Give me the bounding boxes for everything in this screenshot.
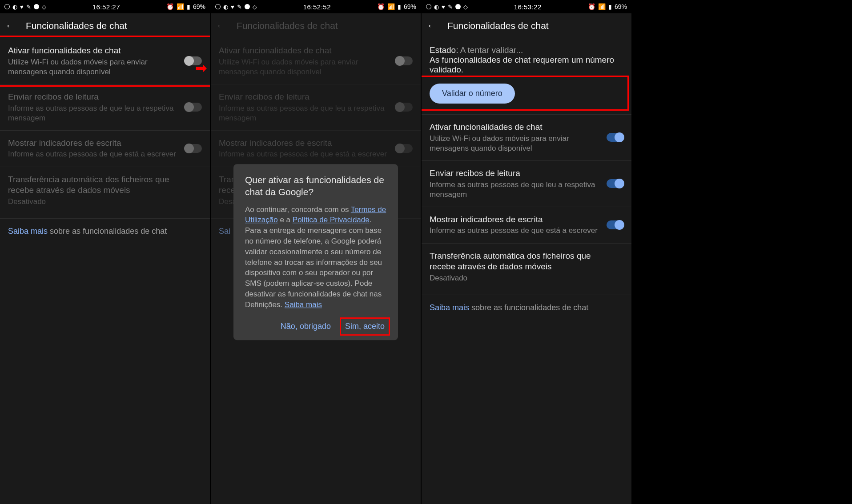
battery-text: 69% — [615, 3, 627, 10]
setting-subtitle: Informe as outras pessoas de que está a … — [430, 226, 601, 236]
setting-subtitle: Informe as outras pessoas de que está a … — [219, 149, 390, 159]
confirm-dialog: Quer ativar as funcionalidades de chat d… — [233, 164, 398, 340]
setting-subtitle: Informe as outras pessoas de que leu a r… — [219, 104, 390, 123]
setting-title: Ativar funcionalidades de chat — [430, 122, 601, 133]
battery-text: 69% — [193, 3, 205, 10]
dialog-yes-button[interactable]: Sim, aceito — [343, 318, 386, 335]
dialog-title: Quer ativar as funcionalidades de chat d… — [245, 174, 386, 198]
validate-number-button[interactable]: Validar o número — [430, 84, 515, 104]
setting-read-receipts: Enviar recibos de leitura Informe as out… — [211, 84, 421, 131]
status-bar: ◐ ♥ ✎ ◇ 16:52:52 ⏰ 📶 ▮ 69% — [211, 0, 421, 13]
setting-subtitle: Desativado — [8, 197, 197, 207]
status-icon — [426, 4, 431, 9]
setting-subtitle: Informe as outras pessoas de que leu a r… — [8, 104, 180, 123]
setting-activate-chat[interactable]: ➡ Ativar funcionalidades de chat Utilize… — [0, 38, 210, 84]
setting-subtitle: Utilize Wi-Fi ou dados móveis para envia… — [219, 57, 390, 77]
setting-auto-download[interactable]: Transferência automática dos ficheiros q… — [422, 244, 631, 290]
dialog-text: Ao continuar, concorda com os — [245, 205, 351, 214]
status-icon: ◇ — [253, 4, 257, 10]
toggle-typing-indicators[interactable] — [607, 220, 623, 229]
setting-title: Mostrar indicadores de escrita — [430, 214, 601, 225]
page-title: Funcionalidades de chat — [237, 20, 338, 31]
setting-auto-download: Transferência automática dos ficheiros q… — [0, 167, 210, 214]
setting-title: Mostrar indicadores de escrita — [219, 138, 390, 149]
annotation-arrow-icon: ➡ — [195, 60, 207, 76]
setting-subtitle: Informe as outras pessoas de que está a … — [8, 149, 180, 159]
dialog-body: Ao continuar, concorda com os Termos de … — [245, 204, 386, 310]
learn-more-link: Sai — [219, 227, 230, 236]
setting-activate-chat: Ativar funcionalidades de chat Utilize W… — [211, 38, 421, 84]
toggle-typing-indicators — [396, 144, 413, 153]
privacy-link[interactable]: Política de Privacidade — [293, 216, 370, 224]
status-value: A tentar validar... — [460, 45, 523, 55]
status-time: 16:53:22 — [514, 3, 542, 11]
dialog-no-button[interactable]: Não, obrigado — [279, 318, 333, 335]
status-icon: ♥ — [231, 4, 234, 10]
status-icon: ◐ — [12, 4, 17, 10]
learn-more-link[interactable]: Saiba mais — [430, 303, 469, 312]
toggle-read-receipts[interactable] — [607, 179, 623, 188]
toggle-read-receipts — [396, 103, 413, 112]
screen-3: ◐ ♥ ✎ ◇ 16:53:22 ⏰ 📶 ▮ 69% ← Funcionalid… — [422, 0, 631, 504]
setting-activate-chat[interactable]: Ativar funcionalidades de chat Utilize W… — [422, 115, 631, 161]
status-icon: ◐ — [223, 4, 228, 10]
setting-title: Enviar recibos de leitura — [8, 92, 180, 103]
setting-title: Ativar funcionalidades de chat — [219, 45, 390, 56]
wifi-icon: 📶 — [177, 3, 184, 10]
dialog-text: . Para a entrega de mensagens com base n… — [245, 216, 382, 309]
back-button: ← — [216, 20, 226, 32]
status-icon: ✎ — [237, 4, 242, 10]
wifi-icon: 📶 — [598, 3, 606, 10]
status-bar: ◐ ♥ ✎ ◇ 16:53:22 ⏰ 📶 ▮ 69% — [422, 0, 631, 13]
status-icon — [34, 4, 39, 9]
setting-title: Enviar recibos de leitura — [430, 168, 601, 179]
setting-title: Transferência automática dos ficheiros q… — [430, 251, 618, 272]
learn-more-row: Saiba mais sobre as funcionalidades de c… — [0, 219, 210, 244]
validation-status: Estado: A tentar validar... As funcional… — [422, 38, 631, 79]
dialog-yes-label: Sim, aceito — [345, 322, 385, 331]
status-icon: ♥ — [20, 4, 24, 10]
setting-title: Transferência automática dos ficheiros q… — [8, 174, 197, 196]
page-title: Funcionalidades de chat — [447, 20, 549, 31]
status-icon: ✎ — [26, 4, 31, 10]
learn-more-row: Saiba mais sobre as funcionalidades de c… — [422, 295, 631, 320]
dialog-learn-more-link[interactable]: Saiba mais — [285, 300, 322, 309]
app-bar: ← Funcionalidades de chat — [422, 13, 631, 38]
app-bar: ← Funcionalidades de chat — [211, 13, 421, 38]
alarm-icon: ⏰ — [377, 3, 385, 10]
status-time: 16:52:52 — [303, 3, 331, 11]
page-title: Funcionalidades de chat — [26, 20, 127, 31]
status-icon: ◇ — [463, 4, 468, 10]
wifi-icon: 📶 — [387, 3, 395, 10]
back-button[interactable]: ← — [427, 20, 437, 32]
toggle-read-receipts — [185, 103, 202, 112]
status-message: As funcionalidades de chat requerem um n… — [430, 55, 623, 75]
status-bar: ◐ ♥ ✎ ◇ 16:52:27 ⏰ 📶 ▮ 69% — [0, 0, 210, 13]
back-button[interactable]: ← — [5, 20, 15, 32]
setting-read-receipts[interactable]: Enviar recibos de leitura Informe as out… — [422, 161, 631, 207]
status-icon: ✎ — [448, 4, 453, 10]
setting-title: Enviar recibos de leitura — [219, 92, 390, 103]
toggle-activate-chat — [396, 56, 413, 65]
setting-subtitle: Informe as outras pessoas de que leu a r… — [430, 180, 601, 200]
dialog-text: e a — [278, 216, 293, 224]
learn-more-text: sobre as funcionalidades de chat — [469, 303, 588, 312]
learn-more-link[interactable]: Saiba mais — [8, 227, 48, 236]
status-icon: ◐ — [434, 4, 439, 10]
status-icon — [245, 4, 250, 9]
toggle-typing-indicators — [185, 144, 202, 153]
status-icon — [455, 4, 461, 9]
status-icon: ♥ — [442, 4, 445, 10]
setting-typing-indicators[interactable]: Mostrar indicadores de escrita Informe a… — [422, 207, 631, 244]
setting-typing-indicators: Mostrar indicadores de escrita Informe a… — [0, 131, 210, 167]
status-time: 16:52:27 — [92, 3, 120, 11]
battery-text: 69% — [404, 3, 416, 10]
screen-1: ◐ ♥ ✎ ◇ 16:52:27 ⏰ 📶 ▮ 69% ← Funcionalid… — [0, 0, 210, 504]
alarm-icon: ⏰ — [166, 3, 174, 10]
signal-icon: ▮ — [398, 3, 401, 10]
signal-icon: ▮ — [187, 3, 190, 10]
setting-subtitle: Utilize Wi-Fi ou dados móveis para envia… — [8, 57, 180, 77]
signal-icon: ▮ — [608, 3, 612, 10]
status-icon: ◇ — [42, 4, 46, 10]
toggle-activate-chat[interactable] — [607, 133, 623, 142]
